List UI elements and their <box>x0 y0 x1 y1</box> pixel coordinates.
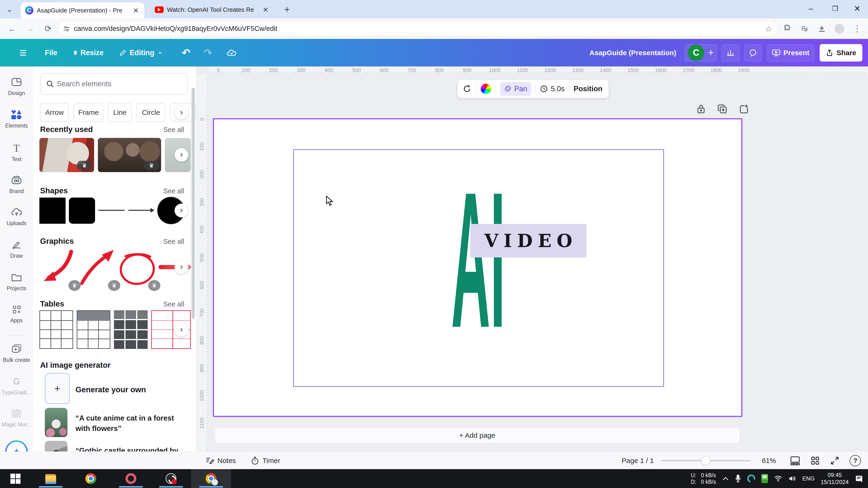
pages-grid-icon[interactable] <box>810 456 820 465</box>
forward-icon[interactable]: → <box>25 24 36 34</box>
window-close-button[interactable]: ✕ <box>854 4 861 13</box>
volume-icon[interactable] <box>788 475 796 482</box>
download-icon[interactable] <box>817 25 826 33</box>
share-button[interactable]: Share <box>819 44 862 62</box>
comments-button[interactable] <box>744 44 762 62</box>
tab-close-icon[interactable]: ✕ <box>261 6 270 14</box>
tray-expand-icon[interactable] <box>722 476 729 481</box>
browser-tab-active[interactable]: C AsapGuide (Presentation) - Pre ✕ <box>21 2 144 19</box>
cloud-saved-icon[interactable] <box>226 48 237 57</box>
reload-icon[interactable]: ⟳ <box>42 24 54 34</box>
table-style-plain[interactable] <box>39 310 73 349</box>
profile-avatar[interactable] <box>835 24 844 34</box>
tables-scroll-right-button[interactable] <box>175 323 188 337</box>
shape-rounded-square[interactable] <box>69 198 95 224</box>
sidebar-item-elements[interactable]: Elements <box>0 108 33 129</box>
zoom-level[interactable]: 61% <box>762 457 781 465</box>
browser-tab-inactive[interactable]: Watch: OpenAI Tool Creates Re ✕ <box>151 3 274 17</box>
table-style-header[interactable] <box>76 310 111 349</box>
lock-icon[interactable] <box>696 104 706 114</box>
ai-prompt-thumb-cat[interactable] <box>45 408 67 437</box>
resize-menu[interactable]: ♛Resize <box>73 48 103 57</box>
generate-your-own-button[interactable]: + <box>45 373 70 404</box>
taskbar-obs[interactable] <box>151 469 191 488</box>
home-menu-icon[interactable] <box>19 49 28 57</box>
duplicate-page-icon[interactable] <box>717 104 727 114</box>
shape-square[interactable] <box>39 198 66 224</box>
sidebar-item-bulk-create[interactable]: Bulk create <box>0 343 33 363</box>
file-menu[interactable]: File <box>45 48 57 57</box>
site-settings-icon[interactable] <box>63 25 70 33</box>
notification-center-icon[interactable] <box>855 474 863 483</box>
grid-view-icon[interactable] <box>790 456 800 465</box>
microphone-icon[interactable] <box>735 475 741 483</box>
taskbar-pink-app[interactable] <box>111 469 151 488</box>
recent-photo-2[interactable]: ♛ <box>98 138 161 172</box>
graphics-see-all[interactable]: See all <box>163 238 184 246</box>
table-style-filled[interactable] <box>114 310 148 349</box>
taskbar-chrome-1[interactable] <box>71 469 111 488</box>
notes-button[interactable]: Notes <box>206 457 236 465</box>
add-page-icon[interactable] <box>739 104 749 114</box>
taskbar-chrome-active[interactable] <box>191 469 231 488</box>
taskbar-file-explorer[interactable] <box>31 469 71 488</box>
timer-button[interactable]: Timer <box>251 456 280 465</box>
recent-scroll-right-button[interactable] <box>175 148 188 162</box>
shape-arrow[interactable] <box>128 205 155 216</box>
ai-prompt-cat[interactable]: “A cute anime cat in a forest with flowe… <box>75 413 179 434</box>
chip-arrow[interactable]: Arrow <box>40 103 69 122</box>
tab-close-icon[interactable]: ✕ <box>132 6 140 14</box>
clock[interactable]: 09:45 15/11/2024 <box>821 471 849 486</box>
shapes-see-all[interactable]: See all <box>163 187 184 195</box>
browser-menu-icon[interactable]: ⋮ <box>853 24 861 34</box>
sidebar-item-magic-morph[interactable]: Magic Mor... <box>0 408 33 428</box>
start-button[interactable] <box>0 469 31 488</box>
panel-scrollbar[interactable] <box>191 88 195 319</box>
graphic-curved-arrow-right[interactable] <box>78 248 116 286</box>
recent-photo-1[interactable]: ♛ <box>39 138 94 172</box>
sidebar-item-text[interactable]: T Text <box>0 142 33 162</box>
fullscreen-icon[interactable] <box>830 456 839 465</box>
sidebar-item-draw[interactable]: Draw <box>0 238 33 259</box>
video-text-box[interactable]: VIDEO <box>470 224 586 257</box>
chip-frame[interactable]: Frame <box>73 103 103 122</box>
back-icon[interactable]: ← <box>7 24 18 34</box>
help-button[interactable]: ? <box>849 455 861 466</box>
present-button[interactable]: Present <box>767 44 814 62</box>
window-restore-button[interactable]: ❐ <box>832 5 838 12</box>
window-minimize-button[interactable]: – <box>809 4 813 13</box>
sidebar-item-design[interactable]: Design <box>0 76 33 96</box>
tables-see-all[interactable]: See all <box>163 300 184 308</box>
position-button[interactable]: Position <box>574 85 602 93</box>
redo-button[interactable]: ↷ <box>204 47 212 59</box>
sidebar-item-typegradient[interactable]: G TypeGradi... <box>0 375 33 396</box>
design-page[interactable]: AI VIDEO <box>213 118 742 417</box>
chips-scroll-right-button[interactable] <box>175 106 188 120</box>
generate-your-own-label[interactable]: Generate your own <box>75 385 146 394</box>
wifi-icon[interactable] <box>774 476 782 482</box>
page-duration-button[interactable]: 5.0s <box>540 85 565 93</box>
tray-app-green-icon[interactable] <box>762 474 768 483</box>
tab-search-chevron-icon[interactable]: ⌄ <box>7 5 12 13</box>
add-page-button[interactable]: + Add page <box>215 428 739 443</box>
pan-tool-button[interactable]: Pan <box>500 82 531 96</box>
sidebar-item-uploads[interactable]: Uploads <box>0 206 33 227</box>
media-playlist-icon[interactable] <box>800 25 809 33</box>
graphics-scroll-right-button[interactable] <box>175 260 188 274</box>
invite-member-button[interactable]: + <box>708 47 714 58</box>
insights-button[interactable] <box>721 44 739 62</box>
graphic-curved-arrow-left[interactable] <box>39 248 77 286</box>
user-avatar[interactable]: C <box>688 44 704 61</box>
search-elements-input[interactable]: Search elements <box>40 73 187 95</box>
sidebar-item-apps[interactable]: Apps <box>0 303 33 324</box>
zoom-slider[interactable] <box>661 460 750 461</box>
editing-mode-menu[interactable]: Editing <box>119 48 163 57</box>
extensions-icon[interactable] <box>783 25 792 33</box>
sidebar-item-projects[interactable]: Projects <box>0 271 33 292</box>
tray-app-teal-icon[interactable] <box>746 473 756 484</box>
sidebar-item-brand[interactable]: Brand <box>0 174 33 195</box>
language-indicator[interactable]: ENG <box>802 475 815 482</box>
new-tab-button[interactable]: + <box>284 4 290 15</box>
chip-circle[interactable]: Circle <box>136 103 165 122</box>
recently-used-see-all[interactable]: See all <box>163 126 184 134</box>
